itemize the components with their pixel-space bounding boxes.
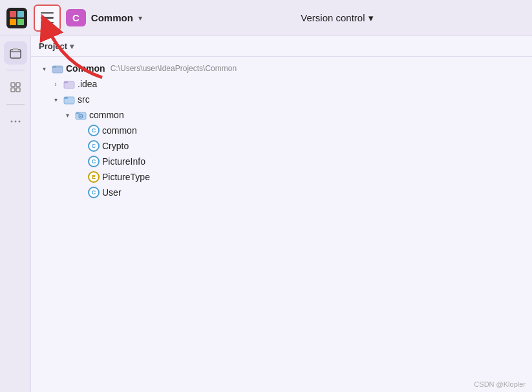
panel-chevron-icon[interactable]: ▾ [70,42,74,51]
tree-item-common-root[interactable]: ▾ common [31,107,532,123]
svg-rect-10 [16,88,20,92]
arrow-icon-common: ▾ [62,110,72,120]
class-e-icon-picturetype: E [88,171,100,183]
arrow-icon-root: ▾ [39,63,49,74]
svg-rect-6 [13,48,18,50]
folder-icon-src [63,94,75,105]
root-folder-name: Common [66,63,105,74]
watermark: CSDN @Klopler [474,380,526,388]
project-name-label: Common [91,12,133,23]
sidebar-divider [6,70,25,70]
folder-icon-root [52,63,63,74]
svg-rect-5 [10,50,21,58]
class-c-icon-user: C [88,187,100,198]
tree-item-idea[interactable]: › .idea [31,76,532,92]
arrow-icon-idea: › [50,79,61,89]
folder-icon-idea [63,78,75,90]
svg-rect-1 [10,11,16,17]
class-c-icon-crypto: C [88,140,100,152]
common-root-name: common [89,110,124,120]
project-chevron-icon[interactable]: ▾ [138,14,142,23]
hamburger-line-2 [41,17,54,19]
main-layout: Project ▾ ▾ Common C:\Users\user\IdeaPro… [0,36,532,392]
idea-folder-name: .idea [78,79,97,89]
svg-rect-9 [11,88,15,92]
top-bar: C Common ▾ Version control ▾ [0,0,532,36]
version-control-label: Version control [301,12,365,23]
panel-title: Project [39,41,67,51]
sidebar-item-more[interactable] [4,110,27,133]
crypto-class-name: Crypto [102,141,129,151]
svg-rect-7 [11,83,15,87]
picturetype-class-name: PictureType [102,172,150,182]
project-switcher[interactable]: C [66,9,86,26]
svg-rect-4 [17,19,24,25]
svg-point-23 [80,116,81,117]
svg-rect-19 [64,97,68,99]
folder-icon-common-root [75,109,87,121]
class-c-icon-common: C [88,125,100,136]
user-class-name: User [102,187,122,198]
file-tree: ▾ Common C:\Users\user\IdeaProjects\Comm… [31,57,532,204]
svg-point-13 [18,121,20,123]
tree-item-pictureinfo[interactable]: C PictureInfo [31,154,532,169]
svg-rect-21 [76,112,80,114]
hamburger-line-3 [41,22,54,24]
version-control-button[interactable]: Version control ▾ [301,12,373,24]
hamburger-line-1 [41,12,54,14]
svg-rect-0 [6,8,27,28]
version-control-chevron-icon: ▾ [368,12,374,24]
arrow-icon-src: ▾ [50,94,61,105]
root-folder-path: C:\Users\user\IdeaProjects\Common [111,64,237,73]
svg-rect-17 [64,81,68,83]
project-panel: Project ▾ ▾ Common C:\Users\user\IdeaPro… [31,36,532,392]
svg-rect-3 [10,19,16,25]
tree-item-src[interactable]: ▾ src [31,92,532,107]
svg-rect-2 [17,11,24,17]
sidebar-item-project[interactable] [4,41,27,65]
tree-item-root[interactable]: ▾ Common C:\Users\user\IdeaProjects\Comm… [31,61,532,76]
sidebar-divider-2 [6,104,25,105]
panel-header: Project ▾ [31,36,532,57]
tree-item-user[interactable]: C User [31,185,532,200]
svg-point-11 [10,121,12,123]
hamburger-menu-button[interactable] [34,5,61,32]
svg-rect-15 [52,66,56,68]
app-icon [5,6,28,30]
sidebar-item-structure[interactable] [4,76,27,99]
tree-item-common-class[interactable]: C common [31,123,532,138]
class-c-icon-pictureinfo: C [88,156,100,167]
tree-item-crypto[interactable]: C Crypto [31,138,532,154]
sidebar-icons [0,36,31,392]
pictureinfo-class-name: PictureInfo [102,156,145,167]
common-class-name: common [102,125,137,136]
svg-rect-8 [16,83,20,87]
project-letter: C [72,12,80,23]
tree-item-picturetype[interactable]: E PictureType [31,169,532,185]
src-folder-name: src [78,94,90,105]
svg-point-12 [14,121,16,123]
